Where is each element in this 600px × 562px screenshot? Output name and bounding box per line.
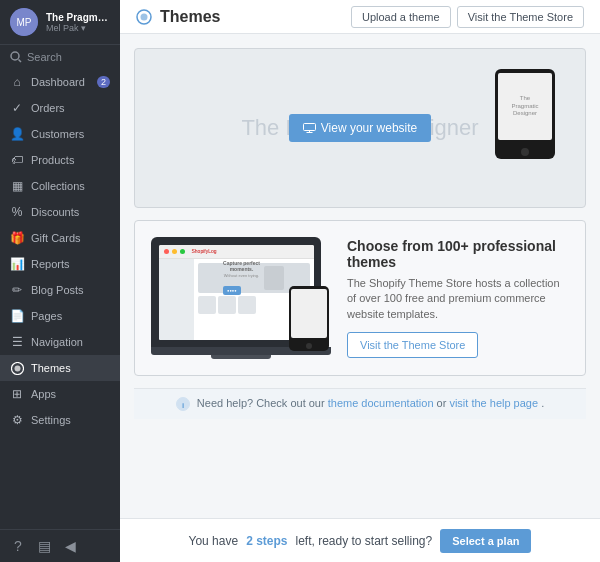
page-title-text: Themes — [160, 8, 220, 26]
sidebar-item-settings[interactable]: ⚙ Settings — [0, 407, 120, 433]
steps-text: 2 steps — [246, 534, 287, 548]
search-bar[interactable]: Search — [0, 45, 120, 69]
sidebar-item-gift-cards[interactable]: 🎁 Gift Cards — [0, 225, 120, 251]
theme-header-icon — [136, 9, 152, 25]
sidebar-item-orders[interactable]: ✓ Orders — [0, 95, 120, 121]
monitor-icon — [303, 123, 316, 133]
store-info: The Pragmatic Desig... Mel Pak ▾ — [46, 12, 110, 33]
home-icon: ⌂ — [10, 75, 24, 89]
main-content: Themes Upload a theme Visit the Theme St… — [120, 0, 600, 562]
sidebar-item-label: Pages — [31, 310, 62, 322]
bottom-bar: You have 2 steps left, ready to start se… — [120, 518, 600, 562]
tablet-mockup: ThePragmaticDesigner — [495, 69, 555, 159]
mobile-screen — [291, 289, 327, 338]
theme-store-description: The Shopify Theme Store hosts a collecti… — [347, 276, 569, 322]
sidebar-bottom: ? ▤ ◀ — [0, 529, 120, 562]
sidebar-nav: ⌂ Dashboard 2 ✓ Orders 👤 Customers 🏷 Pro… — [0, 69, 120, 529]
sidebar-item-label: Blog Posts — [31, 284, 84, 296]
tablet-home-button — [521, 148, 529, 156]
apps-icon: ⊞ — [10, 387, 24, 401]
search-icon — [10, 51, 22, 63]
help-middle-text: or — [437, 397, 450, 409]
products-icon: 🏷 — [10, 153, 24, 167]
view-website-button[interactable]: View your website — [289, 114, 432, 142]
sidebar-item-collections[interactable]: ▦ Collections — [0, 173, 120, 199]
customers-icon: 👤 — [10, 127, 24, 141]
traffic-green — [180, 249, 185, 254]
help-text: Need help? Check out our — [197, 397, 325, 409]
sidebar-item-label: Apps — [31, 388, 56, 400]
main-header: Themes Upload a theme Visit the Theme St… — [120, 0, 600, 34]
dashboard-badge: 2 — [97, 76, 110, 88]
store-icon[interactable]: ▤ — [36, 538, 52, 554]
settings-icon: ⚙ — [10, 413, 24, 427]
themes-icon — [10, 361, 24, 375]
sidebar-item-customers[interactable]: 👤 Customers — [0, 121, 120, 147]
svg-text:i: i — [182, 401, 184, 410]
traffic-red — [164, 249, 169, 254]
sidebar-item-label: Gift Cards — [31, 232, 81, 244]
sidebar-item-dashboard[interactable]: ⌂ Dashboard 2 — [0, 69, 120, 95]
theme-documentation-link[interactable]: theme documentation — [328, 397, 434, 409]
page-title: Themes — [136, 8, 220, 26]
select-plan-button[interactable]: Select a plan — [440, 529, 531, 553]
svg-rect-8 — [303, 124, 315, 131]
sidebar-item-label: Navigation — [31, 336, 83, 348]
notification-icon[interactable]: ◀ — [62, 538, 78, 554]
sidebar-item-label: Reports — [31, 258, 70, 270]
svg-text:MP: MP — [17, 17, 32, 28]
reports-icon: 📊 — [10, 257, 24, 271]
laptop-hero-sub: Without even trying. — [223, 273, 260, 278]
avatar: MP — [10, 8, 38, 36]
sidebar-item-reports[interactable]: 📊 Reports — [0, 251, 120, 277]
sidebar-item-apps[interactable]: ⊞ Apps — [0, 381, 120, 407]
help-end-text: . — [541, 397, 544, 409]
bottom-text-pre: You have — [189, 534, 239, 548]
theme-store-title: Choose from 100+ professional themes — [347, 238, 569, 270]
laptop-hero-text: Capture perfectmoments. — [223, 260, 260, 273]
laptop-cta-button: ●●●● — [223, 286, 241, 295]
svg-point-2 — [11, 52, 19, 60]
laptop-product-1 — [198, 296, 216, 314]
sidebar-item-blog-posts[interactable]: ✏ Blog Posts — [0, 277, 120, 303]
sidebar-item-label: Dashboard — [31, 76, 85, 88]
bottom-text-post: left, ready to start selling? — [295, 534, 432, 548]
upload-theme-button[interactable]: Upload a theme — [351, 6, 451, 28]
collections-icon: ▦ — [10, 179, 24, 193]
theme-store-info: Choose from 100+ professional themes The… — [347, 238, 569, 358]
mobile-mockup — [289, 286, 329, 351]
visit-help-link[interactable]: visit the help page — [449, 397, 538, 409]
sidebar: MP The Pragmatic Desig... Mel Pak ▾ Sear… — [0, 0, 120, 562]
visit-theme-store-button[interactable]: Visit the Theme Store — [347, 332, 478, 358]
tablet-text: ThePragmaticDesigner — [511, 95, 538, 118]
sidebar-item-navigation[interactable]: ☰ Navigation — [0, 329, 120, 355]
visit-theme-store-header-button[interactable]: Visit the Theme Store — [457, 6, 584, 28]
navigation-icon: ☰ — [10, 335, 24, 349]
view-website-label: View your website — [321, 121, 418, 135]
store-sub: Mel Pak ▾ — [46, 23, 110, 33]
sidebar-item-label: Discounts — [31, 206, 79, 218]
mobile-home-button — [306, 343, 312, 349]
sidebar-item-discounts[interactable]: % Discounts — [0, 199, 120, 225]
laptop-screen-bar: ShopifyLog — [159, 245, 314, 259]
pages-icon: 📄 — [10, 309, 24, 323]
sidebar-item-products[interactable]: 🏷 Products — [0, 147, 120, 173]
laptop-stand — [211, 355, 271, 359]
sidebar-item-pages[interactable]: 📄 Pages — [0, 303, 120, 329]
orders-icon: ✓ — [10, 101, 24, 115]
laptop-sidebar-panel — [159, 259, 194, 340]
svg-line-3 — [19, 60, 22, 63]
sidebar-item-label: Themes — [31, 362, 71, 374]
tablet-screen: ThePragmaticDesigner — [498, 73, 552, 140]
sidebar-item-label: Settings — [31, 414, 71, 426]
gift-icon: 🎁 — [10, 231, 24, 245]
header-actions: Upload a theme Visit the Theme Store — [351, 6, 584, 28]
sidebar-item-label: Products — [31, 154, 74, 166]
info-icon: i — [176, 397, 190, 411]
current-theme-card: The Pragmatic Designer ThePragmaticDesig… — [134, 48, 586, 208]
sidebar-item-themes[interactable]: Themes — [0, 355, 120, 381]
sidebar-item-label: Collections — [31, 180, 85, 192]
store-name: The Pragmatic Desig... — [46, 12, 110, 23]
help-icon[interactable]: ? — [10, 538, 26, 554]
svg-point-5 — [14, 365, 20, 371]
